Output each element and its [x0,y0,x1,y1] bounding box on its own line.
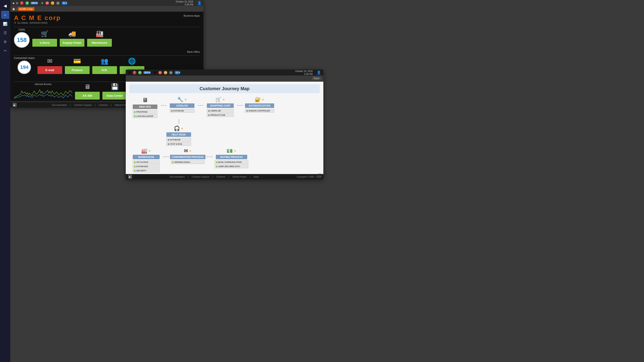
cart-box[interactable]: SHOPPING CART [207,103,234,108]
dash-line-2 [198,105,204,106]
helpdesk-sun: ☀ [181,127,184,130]
auth-sun: ☀ [262,98,264,101]
user-secured-data: USER SECURED DATA [215,165,248,168]
win2-svc-unknown: ● [169,71,173,74]
website-box[interactable]: WEB SITE [133,105,158,109]
catalog-icon: 🔧 [177,97,183,103]
lb-dot [134,116,136,117]
auth-box[interactable]: AUTHENTICATION [245,103,274,108]
sidebar-item-settings[interactable]: ⚙ [1,38,9,46]
badge-svc-unknown: ● [56,1,60,5]
carts-label: Carts [14,28,30,31]
win2-footer-slack[interactable]: Slack [254,176,259,178]
website-loadbalancer: LOAD BALANCER [133,114,158,118]
auth-subitems: DOMAIN CONTROLER [245,109,274,113]
win2-topbar: ⊞ 7 0 161 ▾ ⚙ 21 19 ● 1k ▾ October 16, 2… [126,70,323,76]
dash-line-3 [237,105,243,106]
sidebar-item-tools[interactable]: ✂ [1,47,9,55]
website-node: 🖥 WEB SITE FRONTEND LOAD BALANCER [129,97,161,118]
window-cjm: ⊞ 7 0 161 ▾ ⚙ 21 19 ● 1k ▾ October 16, 2… [126,70,323,180]
business-apps-label: Business Apps [184,14,200,17]
shopping-cart-node: 🛒 ☀ SHOPPING CART USERS DB PRODUCTS DB [204,97,237,117]
datacenter-block: 💾 Data Center [102,83,127,100]
email-sub-dot [172,162,174,163]
business-apps-row: Carts 158 🛒 e.Store 🚚 Supply-Chain 🏭 War… [14,28,200,49]
warehouse-cjm-box[interactable]: WAREHOUSE [133,155,160,159]
footer-link-support[interactable]: Centreon Support [74,104,92,106]
estore-button[interactable]: e.Store [32,39,57,47]
badge-svc-count: 1k ▾ [62,1,68,5]
win2-footer: ▶ Documentation | Centreon Support | Cen… [126,174,323,180]
back-office-label: Back-Office [187,50,200,53]
win2-footer-docs[interactable]: Documentation [170,176,185,178]
badge-hosts-ok: 0 [25,1,29,5]
carts-block: Carts 158 [14,28,30,49]
win2-footer-centreon[interactable]: Centreon [216,176,226,178]
win2-save-btn[interactable]: Save [312,76,321,80]
cart-icon: 🛒 [215,97,222,103]
buying-box[interactable]: BUYING PROCESS [216,155,247,159]
win2-fullscreen-button[interactable]: ⤢ [318,174,322,178]
supply-chain-button[interactable]: Supply-Chain [60,39,84,47]
intranet-icon: 🌐 [128,57,136,65]
win2-svc-warn: 19 [164,71,167,74]
datacenter-button[interactable]: Data Center [102,92,127,100]
sidebar-logo[interactable]: ◀ [1,2,9,10]
warehouse-sun: ☀ [148,149,151,153]
email-app-icon: ✉ [47,57,52,65]
cart-sun: ☀ [222,98,225,101]
buying-icon: 💵 [226,148,233,154]
auth-icon: 🔐 [255,97,261,103]
acme-breadcrumb-tag[interactable]: ACME Corp. [18,7,34,11]
win2-badge-critical: 7 [133,71,136,74]
frontend-dot [134,111,136,113]
helpdesk-chatmail: CHAT & MAIL [166,142,191,146]
hr-button[interactable]: H.R. [92,66,117,74]
users-count: 194 [18,61,31,74]
win1-expand-left[interactable]: ▶ [12,103,16,107]
win2-badge-ok: 0 [138,71,142,74]
bank-communication: BANK COMMUNICATION [215,160,248,164]
sidebar-item-home[interactable]: ⌂ [1,11,9,19]
sending-email: SENDING EMAIL [171,160,204,164]
win2-user-icon: 👤 [316,70,321,75]
finance-button[interactable]: Finance [65,66,90,74]
win2-footer-github[interactable]: Github Project [232,176,246,178]
helpdesk-box[interactable]: HELP DESK [166,132,191,137]
win2-footer-support[interactable]: Centreon Support [192,176,210,178]
helpdesk-db-dot [168,139,169,141]
website-subitems: FRONTEND LOAD BALANCER [133,110,158,118]
email-button[interactable]: E-mail [38,66,62,74]
internet-label: Internet Access [14,83,72,85]
productsdb-dot [208,114,210,116]
warehouse-subitems: API ACCESS DATABASES SECURITY [133,160,160,173]
api-dot [134,162,136,163]
warehouse-security: SECURITY [133,169,160,173]
catalog-box[interactable]: CATALOG [170,103,194,108]
sidebar-item-graph[interactable]: 📊 [1,20,9,28]
confirmation-node: ✉ ☀ CONFIRMATION PROCESS SENDING EMAIL [169,148,207,164]
helpdesk-icon: 🎧 [174,126,180,131]
as400-button[interactable]: AS 400 [75,92,100,100]
win2-services-icon: ⚙ [153,70,156,75]
win2-datetime: October 16, 20185:36 PM [295,70,312,76]
catalog-db-dot [171,110,173,112]
win2-expand-left[interactable]: ▶ [128,175,132,179]
footer-link-centreon[interactable]: Centreon [98,104,108,106]
conn1 [161,97,166,106]
win1-breadcrumb: 🏠 › ACME Corp. Save [10,6,204,12]
footer-link-docs[interactable]: Documentation [52,104,67,106]
sidebar-item-list[interactable]: ☰ [1,29,9,37]
win2-breadcrumb: Save [126,76,323,82]
datacenter-icon: 💾 [111,83,119,90]
auth-domain: DOMAIN CONTROLER [245,109,274,113]
as400-icon: 🖥 [84,83,90,90]
badge-hosts-critical: 7 [20,1,24,5]
cjm-row2: 🏭 ☀ WAREHOUSE API ACCESS DATABASES [129,148,320,173]
warehouse-button[interactable]: Warehouse [87,39,112,47]
chatmail-dot [168,143,169,145]
confirmation-box[interactable]: CONFIRMATION PROCESS [170,155,206,159]
users-label: Connected Users [14,56,35,60]
hr-block: 👥 H.R. [92,57,117,74]
supply-chain-icon: 🚚 [68,30,76,37]
